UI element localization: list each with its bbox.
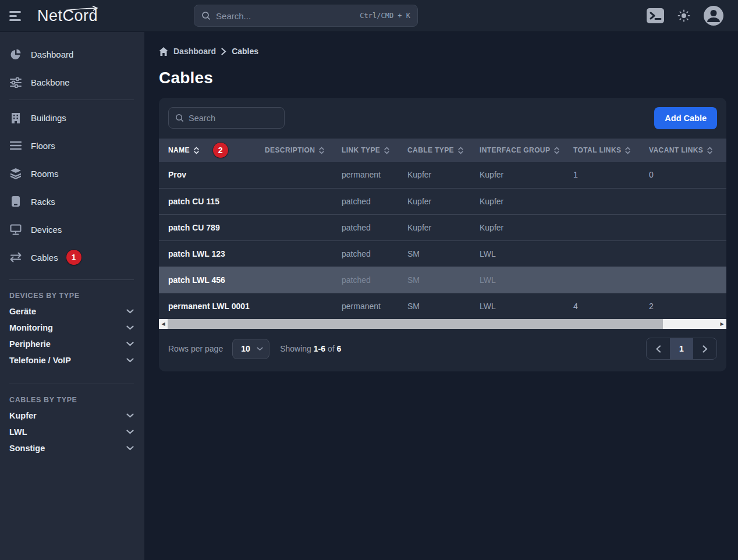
sidebar-item-kupfer[interactable]: Kupfer bbox=[9, 407, 134, 424]
rooms-icon bbox=[9, 168, 22, 179]
topbar-actions bbox=[646, 5, 724, 26]
sidebar: Dashboard Backbone Buildings bbox=[0, 32, 144, 560]
cables-icon bbox=[9, 252, 22, 263]
search-icon bbox=[175, 114, 184, 122]
sort-icon[interactable] bbox=[707, 147, 712, 154]
column-header-cable-type[interactable]: CABLE TYPE bbox=[407, 139, 480, 162]
column-header-total-links[interactable]: TOTAL LINKS bbox=[573, 139, 649, 162]
scrollbar-track[interactable] bbox=[168, 319, 718, 329]
rows-per-page-label: Rows per page bbox=[168, 344, 223, 353]
table-row[interactable]: patch CU 115 patched Kupfer Kupfer bbox=[159, 188, 726, 214]
home-icon[interactable] bbox=[159, 47, 168, 56]
sidebar-divider bbox=[9, 100, 134, 100]
chevron-down-icon bbox=[126, 325, 134, 330]
page-title: Cables bbox=[159, 69, 726, 87]
app-root: NetCord Ctrl/CMD + K bbox=[0, 0, 738, 560]
sort-icon[interactable] bbox=[384, 147, 389, 154]
menu-icon[interactable] bbox=[9, 11, 24, 21]
sidebar-item-label: Rooms bbox=[31, 169, 59, 179]
buildings-icon bbox=[9, 112, 22, 123]
add-cable-button[interactable]: Add Cable bbox=[654, 107, 717, 129]
terminal-icon[interactable] bbox=[646, 8, 665, 24]
sidebar-item-buildings[interactable]: Buildings bbox=[9, 104, 134, 132]
theme-sun-icon[interactable] bbox=[677, 9, 690, 22]
sidebar-item-monitoring[interactable]: Monitoring bbox=[9, 320, 134, 336]
sidebar-item-dashboard[interactable]: Dashboard bbox=[9, 40, 134, 68]
table-header-row: NAME 2 DESCRIPTION LINK TYPE bbox=[159, 139, 726, 162]
sidebar-item-label: Buildings bbox=[31, 113, 66, 123]
table-row[interactable]: permanent LWL 0001 permanent SM LWL 4 2 bbox=[159, 293, 726, 319]
showing-status: Showing 1-6 of 6 bbox=[280, 344, 341, 353]
floors-icon bbox=[9, 141, 22, 150]
scrollbar-thumb[interactable] bbox=[168, 319, 663, 329]
global-search-input[interactable] bbox=[216, 11, 360, 21]
sort-icon[interactable] bbox=[319, 147, 324, 154]
sidebar-item-devices[interactable]: Devices bbox=[9, 215, 134, 243]
chevron-down-icon bbox=[126, 342, 134, 346]
sidebar-item-telefonie-voip[interactable]: Telefonie / VoIP bbox=[9, 352, 134, 368]
sort-icon[interactable] bbox=[625, 147, 630, 154]
scroll-left-icon[interactable]: ◀ bbox=[159, 319, 168, 329]
table-row[interactable]: Prov permanent Kupfer Kupfer 1 0 bbox=[159, 162, 726, 188]
global-search[interactable]: Ctrl/CMD + K bbox=[194, 5, 418, 27]
column-header-name[interactable]: NAME 2 bbox=[159, 139, 265, 162]
next-page-button[interactable] bbox=[693, 338, 716, 359]
sidebar-item-label: Cables bbox=[31, 253, 58, 263]
sidebar-item-label: Dashboard bbox=[31, 49, 73, 59]
scroll-right-icon[interactable]: ▶ bbox=[718, 319, 726, 329]
page-1-button[interactable]: 1 bbox=[670, 338, 693, 359]
sidebar-item-rooms[interactable]: Rooms bbox=[9, 160, 134, 187]
table-row[interactable]: patch LWL 123 patched SM LWL bbox=[159, 240, 726, 267]
column-header-vacant-links[interactable]: VACANT LINKS bbox=[649, 139, 726, 162]
sidebar-item-racks[interactable]: Racks bbox=[9, 187, 134, 215]
sidebar-item-label: Backbone bbox=[31, 77, 70, 87]
cables-table: NAME 2 DESCRIPTION LINK TYPE bbox=[159, 139, 726, 319]
cables-by-type-header: CABLES BY TYPE bbox=[9, 396, 134, 404]
prev-page-button[interactable] bbox=[647, 338, 670, 359]
racks-icon bbox=[9, 196, 22, 207]
horizontal-scrollbar[interactable]: ◀ ▶ bbox=[159, 319, 726, 329]
topbar: NetCord Ctrl/CMD + K bbox=[0, 0, 738, 32]
sidebar-item-label: Devices bbox=[31, 225, 62, 235]
avatar[interactable] bbox=[703, 5, 724, 26]
chevron-down-icon bbox=[126, 446, 134, 451]
table-search[interactable] bbox=[168, 107, 285, 129]
devices-icon bbox=[9, 224, 22, 235]
breadcrumb: Dashboard Cables bbox=[159, 47, 726, 56]
table-footer: Rows per page 10 Showing 1-6 of 6 bbox=[159, 329, 726, 371]
sidebar-item-backbone[interactable]: Backbone bbox=[9, 68, 134, 96]
sort-icon[interactable] bbox=[554, 147, 559, 154]
column-header-link-type[interactable]: LINK TYPE bbox=[342, 139, 407, 162]
annotation-badge-1: 1 bbox=[66, 250, 81, 265]
column-header-description[interactable]: DESCRIPTION bbox=[265, 139, 342, 162]
chevron-down-icon bbox=[126, 413, 134, 418]
sidebar-item-peripherie[interactable]: Peripherie bbox=[9, 336, 134, 352]
sidebar-item-geraete[interactable]: Geräte bbox=[9, 303, 134, 320]
breadcrumb-dashboard[interactable]: Dashboard bbox=[173, 47, 216, 56]
chevron-down-icon bbox=[126, 430, 134, 434]
table-search-input[interactable] bbox=[189, 114, 278, 123]
column-header-interface-group[interactable]: INTERFACE GROUP bbox=[480, 139, 573, 162]
sidebar-item-floors[interactable]: Floors bbox=[9, 132, 134, 160]
devices-by-type-header: DEVICES BY TYPE bbox=[9, 292, 134, 300]
table-row[interactable]: patch CU 789 patched Kupfer Kupfer bbox=[159, 214, 726, 240]
sidebar-item-cables[interactable]: Cables 1 bbox=[9, 243, 134, 271]
logo-arrow-icon bbox=[65, 5, 101, 12]
chevron-down-icon bbox=[126, 309, 134, 314]
sidebar-item-lwl[interactable]: LWL bbox=[9, 424, 134, 440]
sidebar-divider bbox=[9, 384, 134, 384]
sort-icon[interactable] bbox=[194, 147, 199, 154]
sidebar-divider bbox=[9, 279, 134, 280]
dashboard-icon bbox=[9, 48, 22, 60]
sidebar-item-sonstige[interactable]: Sonstige bbox=[9, 440, 134, 456]
chevron-down-icon bbox=[257, 347, 263, 351]
breadcrumb-cables[interactable]: Cables bbox=[232, 47, 258, 56]
search-icon bbox=[201, 11, 211, 20]
table-row-highlighted[interactable]: patch LWL 456 patched SM LWL bbox=[159, 267, 726, 293]
rows-per-page-select[interactable]: 10 bbox=[232, 339, 269, 359]
sort-icon[interactable] bbox=[458, 147, 463, 154]
search-shortcut: Ctrl/CMD + K bbox=[360, 12, 410, 20]
backbone-icon bbox=[9, 76, 22, 88]
cables-table-card: Add Cable NAME 2 bbox=[159, 98, 726, 371]
chevron-right-icon bbox=[221, 48, 226, 55]
